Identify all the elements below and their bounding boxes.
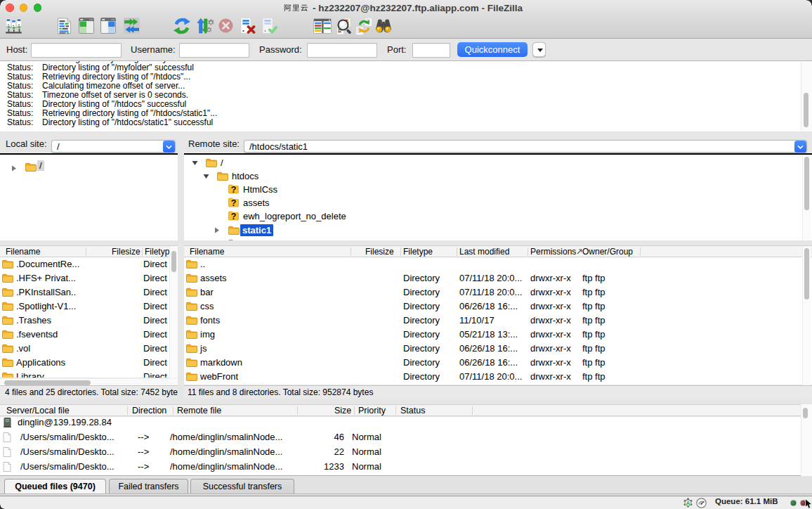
svg-text:?: ?	[231, 212, 237, 221]
svg-text:?: ?	[231, 185, 237, 194]
svg-text:A: A	[686, 500, 690, 507]
svg-text:?: ?	[231, 198, 237, 207]
